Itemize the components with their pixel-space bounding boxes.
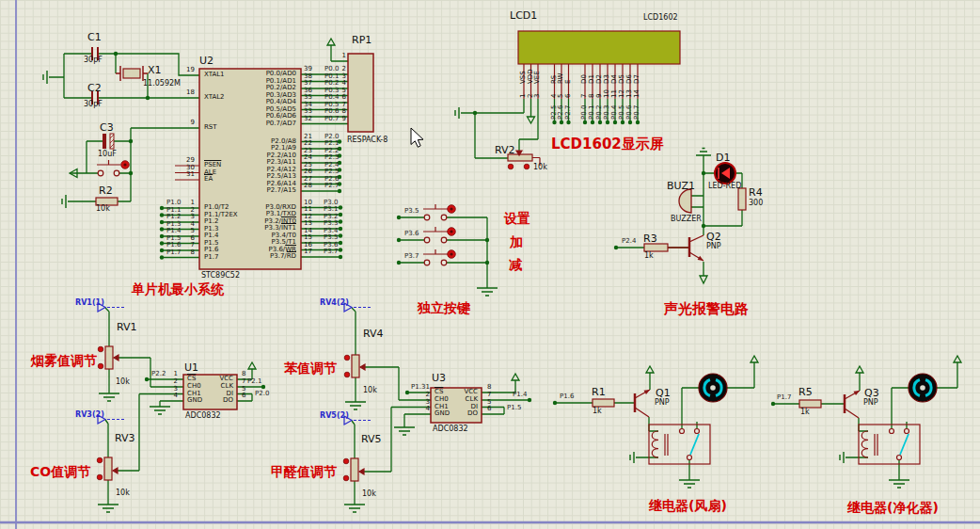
u2-p0-num-7: 32: [304, 116, 312, 122]
capacitor-c3[interactable]: [103, 134, 114, 149]
key-plus-label: 加: [510, 235, 523, 248]
u2-p3-net-7: P3.7: [324, 248, 338, 255]
mouse-cursor: [411, 128, 423, 147]
rp1-num-0: 2: [331, 66, 346, 72]
val-r1: 1k: [593, 408, 602, 415]
ref-q2: Q2: [706, 232, 721, 242]
transistor-q1[interactable]: [635, 390, 650, 417]
lcd-pinname-c-5: D5: [619, 74, 625, 84]
u3-num-4: 4: [415, 406, 430, 412]
relay-fan-symbol[interactable]: [649, 425, 710, 464]
transistor-q3[interactable]: [845, 391, 860, 418]
lcd-pinnum-a-2: 3: [534, 94, 541, 98]
u2-p1-name-6: P1.6: [204, 247, 218, 253]
val-rv3: 10k: [116, 489, 130, 497]
u2-p2-num-3: 24: [304, 154, 312, 161]
fan-motor[interactable]: [699, 374, 727, 402]
u2-pin-xtal2: XTAL2: [204, 94, 225, 101]
u3-pin-gnd: GND: [435, 410, 450, 417]
u2-p2-num-1: 22: [304, 140, 312, 147]
key-buttons[interactable]: [423, 204, 448, 265]
lcd-pinname-a-0: VSS: [520, 71, 527, 84]
lcd-pinnum-c-3: 10: [604, 89, 610, 98]
rp1-num-1: 1: [331, 53, 346, 59]
net-p3-6: P3.6: [404, 231, 419, 237]
u2-num-31: 31: [180, 171, 195, 178]
ref-rp1: RP1: [352, 35, 371, 45]
net-rv1-1: RV1(1): [75, 299, 104, 307]
lcd-pinnum-c-1: 8: [589, 94, 595, 98]
title-benzene: 苯值调节: [284, 361, 337, 375]
u2-p3-net-3: P3.3: [324, 220, 338, 227]
purifier-motor[interactable]: [909, 374, 937, 402]
ref-r2: R2: [99, 185, 113, 196]
u2-p0-num-2: 37: [304, 80, 312, 87]
lcd-pinname-c-7: D7: [634, 74, 640, 84]
ref-buz1: BUZ1: [667, 181, 695, 191]
resistor-r4: [738, 188, 746, 210]
u2-p2-num-5: 26: [304, 168, 312, 175]
u2-p2-net-1: P2.1: [324, 140, 339, 147]
part-q2: PNP: [706, 243, 721, 250]
u2-p1-num-2: 3: [180, 214, 195, 220]
key-red-dots[interactable]: [448, 205, 456, 259]
u2-p2-name-5: P2.5/A13: [240, 173, 296, 180]
lcd-pinnum-c-2: 9: [596, 94, 603, 98]
part-rp1: RESPACK-8: [347, 136, 387, 144]
net-p1-7: P1.7: [777, 394, 791, 401]
lcd-pinname-a-2: VEE: [534, 71, 541, 84]
u2-p3-num-7: 17: [304, 248, 312, 255]
u2-num-19: 19: [180, 67, 195, 73]
ref-x1: X1: [148, 65, 162, 75]
lcd-screen[interactable]: [518, 31, 680, 64]
pot-rv5: [351, 458, 358, 481]
ref-r4: R4: [749, 187, 763, 198]
u1-pin-ch0: CH0: [187, 383, 201, 390]
transistor-q2[interactable]: [668, 235, 703, 261]
net-p2-4: P2.4: [622, 238, 636, 245]
title-relay-fan: 继电器(风扇): [649, 499, 727, 512]
title-smoke: 烟雾值调节: [31, 354, 97, 367]
lcd-pinnum-b-1: 5: [558, 94, 564, 98]
lcd-pinname-c-4: D4: [611, 74, 618, 84]
part-q1: PNP: [655, 399, 670, 407]
val-x1: 11.0592M: [143, 80, 181, 88]
u2-num-18: 18: [180, 89, 195, 96]
led-red[interactable]: [715, 163, 735, 184]
lcd-net-c-7: P0.7: [634, 105, 640, 120]
u2-p1-num-7: 8: [180, 249, 195, 256]
lcd-pinname-b-1: RW: [558, 72, 564, 84]
title-relay-purifier: 继电器(净化器): [847, 501, 939, 514]
val-r3: 1k: [644, 252, 654, 260]
schematic-canvas[interactable]: C130pFC230pFX111.0592MC310uFR210kU2STC89…: [0, 0, 980, 529]
val-c1: 30pF: [84, 56, 103, 64]
ref-rv4: RV4: [363, 329, 384, 339]
ref-r5: R5: [798, 387, 813, 397]
relay-purifier-symbol[interactable]: [859, 425, 920, 464]
part-lcd: LCD1602: [643, 14, 678, 22]
wires: [49, 45, 957, 505]
u2-pin-psen: PSEN: [204, 162, 221, 168]
u3-pin-cs: CS: [435, 389, 443, 395]
val-r5: 1k: [800, 409, 810, 416]
pot-rv3: [104, 457, 112, 480]
lcd-pinname-c-2: D2: [596, 74, 603, 84]
respack-chip[interactable]: [348, 54, 373, 132]
net-p2-1: P2.1: [247, 378, 261, 385]
val-r2: 10k: [96, 205, 110, 213]
ref-rv2: RV2: [495, 145, 515, 155]
lcd-pinnum-c-0: 7: [581, 94, 588, 98]
u2-p1-name-4: P1.4: [204, 232, 218, 239]
u2-pin-xtal1: XTAL1: [204, 72, 225, 78]
pot-rv4: [352, 355, 359, 377]
u2-p1-net-7: P1.7: [166, 249, 181, 256]
u2-p0-num-4: 35: [304, 94, 312, 101]
ref-q3: Q3: [864, 388, 879, 398]
u2-p3-num-1: 11: [304, 206, 312, 213]
net-rv5-2: RV5(2): [320, 412, 349, 420]
u2-num-29: 29: [180, 157, 195, 164]
lcd-net-c-5: P0.5: [619, 105, 625, 120]
u2-p2-net-3: P2.3: [324, 154, 339, 161]
ref-u2: U2: [199, 56, 213, 66]
buzzer[interactable]: [679, 189, 691, 213]
